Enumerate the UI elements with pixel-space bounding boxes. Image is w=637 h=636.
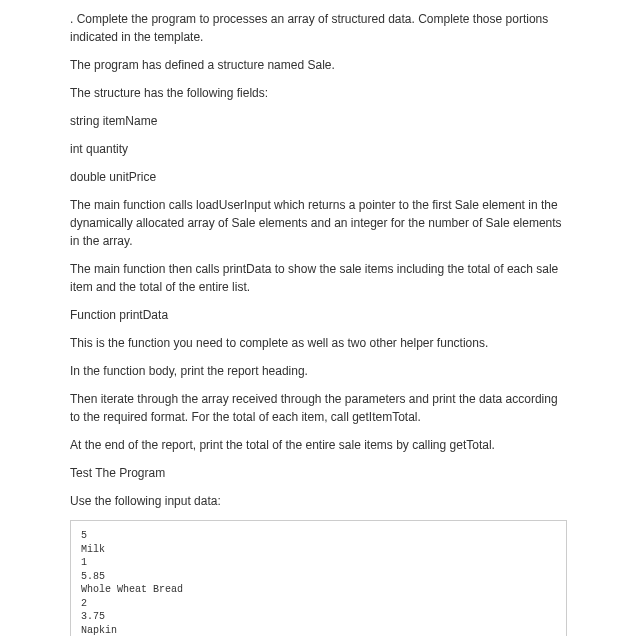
paragraph-complete-function: This is the function you need to complet… — [70, 334, 567, 352]
paragraph-fields-heading: The structure has the following fields: — [70, 84, 567, 102]
paragraph-structure-defined: The program has defined a structure name… — [70, 56, 567, 74]
document-page: . Complete the program to processes an a… — [0, 10, 637, 636]
paragraph-iterate-array: Then iterate through the array received … — [70, 390, 567, 426]
field-quantity: int quantity — [70, 140, 567, 158]
field-unitprice: double unitPrice — [70, 168, 567, 186]
input-data-block: 5 Milk 1 5.85 Whole Wheat Bread 2 3.75 N… — [70, 520, 567, 636]
heading-test-program: Test The Program — [70, 464, 567, 482]
paragraph-loaduserinput: The main function calls loadUserInput wh… — [70, 196, 567, 250]
heading-function-printdata: Function printData — [70, 306, 567, 324]
paragraph-input-label: Use the following input data: — [70, 492, 567, 510]
paragraph-printdata-call: The main function then calls printData t… — [70, 260, 567, 296]
field-itemname: string itemName — [70, 112, 567, 130]
paragraph-report-heading: In the function body, print the report h… — [70, 362, 567, 380]
paragraph-intro: . Complete the program to processes an a… — [70, 10, 567, 46]
paragraph-gettotal: At the end of the report, print the tota… — [70, 436, 567, 454]
